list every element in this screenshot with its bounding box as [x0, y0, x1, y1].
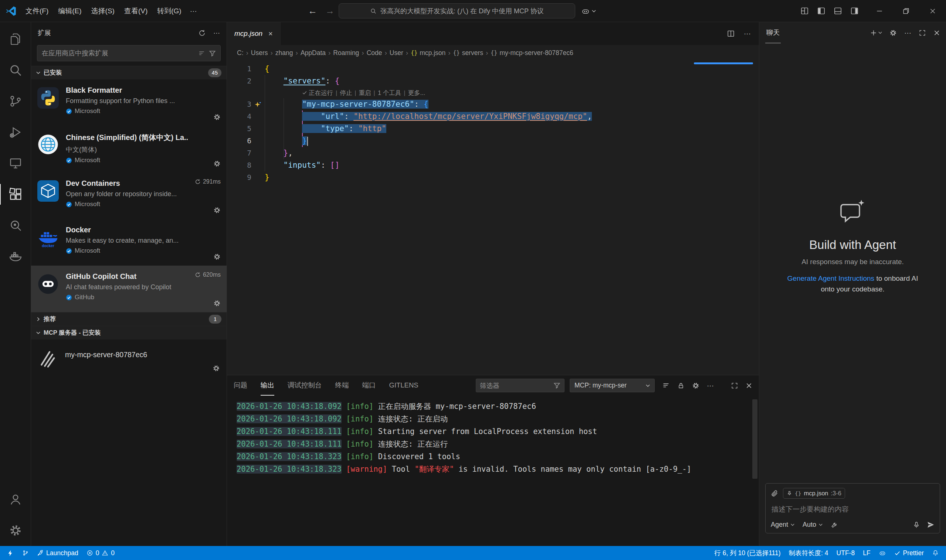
- split-editor-icon[interactable]: [727, 29, 735, 38]
- breadcrumb-item[interactable]: {}servers: [451, 49, 485, 57]
- restore-button[interactable]: [893, 0, 920, 22]
- extension-settings-gear[interactable]: [213, 300, 221, 307]
- code-line[interactable]: 1{: [227, 63, 759, 75]
- extension-item[interactable]: Dev ContainersOpen any folder or reposit…: [31, 172, 227, 219]
- close-window-button[interactable]: [920, 0, 946, 22]
- close-tab-icon[interactable]: ×: [269, 29, 273, 38]
- word-wrap-icon[interactable]: [662, 382, 670, 389]
- code-line[interactable]: 7 },: [227, 147, 759, 159]
- code-line[interactable]: 3 "my-mcp-server-80787ec6": {: [227, 98, 759, 111]
- codelens-action[interactable]: 1 个工具: [377, 87, 402, 98]
- chat-input-placeholder[interactable]: 描述下一步要构建的内容: [772, 505, 934, 514]
- settings-gear-icon[interactable]: [0, 515, 31, 546]
- generate-instructions-link[interactable]: Generate Agent Instructions: [787, 274, 875, 282]
- branch-icon[interactable]: [18, 546, 33, 560]
- codelens-action[interactable]: 重启: [358, 87, 372, 98]
- menu-item[interactable]: 查看(V): [119, 4, 152, 18]
- code-line[interactable]: 9}: [227, 171, 759, 184]
- panel-tab[interactable]: 输出: [261, 375, 274, 395]
- code-line[interactable]: 8 "inputs": []: [227, 159, 759, 171]
- menu-item[interactable]: 选择(S): [86, 4, 119, 18]
- copilot-menu-button[interactable]: [581, 7, 596, 15]
- refresh-icon[interactable]: [198, 29, 206, 37]
- mic-icon[interactable]: [913, 521, 920, 529]
- panel-tab[interactable]: GITLENS: [389, 375, 418, 395]
- filter-funnel-icon[interactable]: [553, 382, 560, 389]
- codelens-action[interactable]: 停止: [339, 87, 353, 98]
- codelens-action[interactable]: 正在运行: [308, 87, 334, 98]
- code-line[interactable]: 4 "url": "http://localhost/mcp/server/Yx…: [227, 111, 759, 123]
- notifications-bell-icon[interactable]: [928, 546, 943, 560]
- copilot-status-icon[interactable]: [875, 546, 890, 560]
- breadcrumb-item[interactable]: Users: [249, 49, 270, 57]
- toggle-panel-icon[interactable]: [833, 7, 842, 15]
- encoding[interactable]: UTF-8: [832, 546, 859, 560]
- extensions-icon[interactable]: [0, 179, 31, 210]
- extensions-search-input[interactable]: 在应用商店中搜索扩展: [37, 45, 221, 61]
- codelens-action[interactable]: 更多...: [407, 87, 426, 98]
- breadcrumb-item[interactable]: AppData: [299, 49, 327, 57]
- context-pill[interactable]: {} mcp.json:3-6: [783, 488, 845, 499]
- breadcrumb-item[interactable]: C:: [235, 49, 245, 57]
- account-icon[interactable]: [0, 484, 31, 515]
- forward-button[interactable]: →: [321, 6, 339, 16]
- extension-item[interactable]: GitHub Copilot ChatAI chat features powe…: [31, 266, 227, 312]
- tools-icon[interactable]: [831, 521, 838, 529]
- output-channel-select[interactable]: MCP: my-mcp-ser: [569, 378, 655, 392]
- send-icon[interactable]: [927, 521, 935, 529]
- code-editor[interactable]: 1{2 "servers": {正在运行|停止|重启|1 个工具|更多...3 …: [227, 61, 759, 375]
- extension-item[interactable]: dockerDockerMakes it easy to create, man…: [31, 219, 227, 266]
- menu-item[interactable]: 转到(G): [152, 4, 186, 18]
- panel-tab[interactable]: 问题: [234, 375, 247, 395]
- code-line[interactable]: 6 }: [227, 135, 759, 147]
- back-button[interactable]: ←: [304, 6, 321, 16]
- maximize-panel-icon[interactable]: [731, 382, 738, 389]
- source-control-icon[interactable]: [0, 86, 31, 117]
- extension-settings-gear[interactable]: [213, 114, 221, 121]
- explorer-icon[interactable]: [0, 24, 31, 55]
- run-and-debug-icon[interactable]: [0, 117, 31, 148]
- filter-funnel-icon[interactable]: [209, 50, 216, 57]
- chat-input-box[interactable]: {} mcp.json:3-6 描述下一步要构建的内容 Agent Auto: [765, 483, 940, 534]
- breadcrumb-item[interactable]: Roaming: [331, 49, 361, 57]
- code-line[interactable]: 2 "servers": {: [227, 75, 759, 87]
- extension-settings-gear[interactable]: [213, 253, 221, 260]
- close-panel-icon[interactable]: [745, 382, 752, 389]
- code-line[interactable]: 5 "type": "http": [227, 123, 759, 135]
- breadcrumb-item[interactable]: Code: [365, 49, 384, 57]
- panel-tab[interactable]: 调试控制台: [288, 375, 322, 395]
- extension-settings-gear[interactable]: [213, 206, 221, 214]
- toggle-primary-sidebar-icon[interactable]: [817, 7, 826, 15]
- extension-item[interactable]: Chinese (Simplified) (简体中文) La...中文(简体)M…: [31, 126, 227, 172]
- menubar-more-icon[interactable]: ···: [186, 5, 201, 18]
- section-mcp-servers[interactable]: MCP 服务器 - 已安装: [31, 326, 227, 340]
- mcp-server-item[interactable]: my-mcp-server-80787ec6: [31, 340, 227, 378]
- problems-item[interactable]: 0 0: [82, 546, 119, 560]
- panel-tab[interactable]: 端口: [362, 375, 376, 395]
- breadcrumb-item[interactable]: {}my-mcp-server-80787ec6: [489, 49, 575, 57]
- minimize-button[interactable]: [866, 0, 893, 22]
- breadcrumb-item[interactable]: zhang: [273, 49, 295, 57]
- chat-mode-picker[interactable]: Agent: [771, 521, 795, 529]
- model-picker[interactable]: Auto: [802, 521, 823, 529]
- remote-explorer-icon[interactable]: [0, 148, 31, 179]
- breadcrumb-item[interactable]: {}mcp.json: [409, 49, 447, 57]
- cursor-position[interactable]: 行 6, 列 10 (已选择111): [710, 546, 784, 560]
- section-installed[interactable]: 已安装 45: [31, 66, 227, 79]
- remote-indicator-icon[interactable]: [3, 546, 18, 560]
- breadcrumb-item[interactable]: User: [388, 49, 405, 57]
- eol[interactable]: LF: [859, 546, 874, 560]
- attach-context-icon[interactable]: [771, 489, 779, 497]
- extension-settings-gear[interactable]: [213, 160, 221, 167]
- indentation[interactable]: 制表符长度: 4: [785, 546, 832, 560]
- mcp-server-gear[interactable]: [213, 365, 220, 372]
- tab-mcp-json[interactable]: mcp.json ×: [227, 22, 281, 45]
- launchpad-item[interactable]: Launchpad: [33, 546, 82, 560]
- gitlens-icon[interactable]: [0, 210, 31, 241]
- output-log[interactable]: 2026-01-26 10:43:18.092 [info] 正在启动服务器 m…: [227, 395, 759, 546]
- docker-icon[interactable]: [0, 241, 31, 272]
- output-filter-input[interactable]: 筛选器: [476, 378, 565, 392]
- output-settings-gear[interactable]: [692, 382, 699, 389]
- panel-more-icon[interactable]: ···: [707, 382, 714, 390]
- menu-item[interactable]: 文件(F): [21, 4, 53, 18]
